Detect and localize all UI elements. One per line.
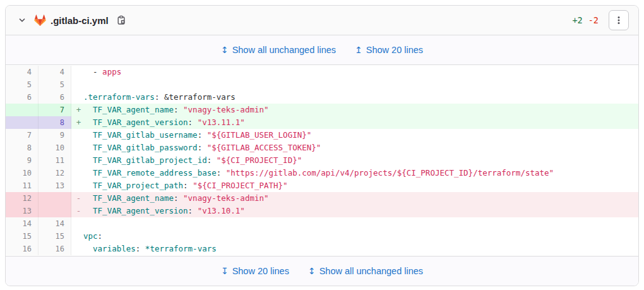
diff-row: 13- TF_VAR_agent_version: "v13.10.1" [6, 205, 638, 217]
code-line: + TF_VAR_agent_name: "vnagy-teks-admin" [71, 104, 638, 116]
diff-marker: - [74, 192, 83, 205]
new-line-number[interactable]: 15 [39, 230, 71, 243]
expand-link-label: Show 20 lines [366, 45, 423, 55]
code-line: TF_VAR_gitlab_password: "${GITLAB_ACCESS… [71, 142, 638, 154]
diff-row: 55 [6, 78, 638, 91]
code-line: TF_VAR_project_path: "${CI_PROJECT_PATH}… [71, 179, 638, 192]
new-line-number[interactable]: 14 [39, 217, 71, 230]
old-line-number[interactable]: 11 [6, 179, 39, 192]
old-line-number[interactable] [6, 104, 39, 116]
diff-stats: +2 -2 [572, 15, 599, 25]
expand-up-icon: ↥ [355, 45, 362, 54]
diff-row: 8+ TF_VAR_agent_version: "v13.11.1" [6, 116, 638, 129]
diff-row: 1414 [6, 217, 638, 230]
show-all-unchanged-lines-link[interactable]: ↕ Show all unchanged lines [308, 266, 423, 276]
diff-row: 1012 TF_VAR_remote_address_base: "https:… [6, 167, 638, 179]
expand-link-label: Show all unchanged lines [319, 266, 423, 276]
old-line-number[interactable]: 4 [6, 66, 39, 78]
new-line-number[interactable]: 12 [39, 167, 71, 179]
old-line-number[interactable]: 6 [6, 91, 39, 104]
new-line-number[interactable]: 7 [39, 104, 71, 116]
old-line-number[interactable]: 15 [6, 230, 39, 243]
new-line-number[interactable]: 4 [39, 66, 71, 78]
diff-row: 810 TF_VAR_gitlab_password: "${GITLAB_AC… [6, 142, 638, 154]
diff-row: 44 - apps [6, 66, 638, 78]
expand-both-icon: ↕ [308, 267, 316, 275]
copy-to-clipboard-icon [116, 15, 126, 25]
old-line-number[interactable] [6, 116, 39, 129]
collapse-file-button[interactable] [15, 13, 29, 27]
new-line-number[interactable]: 13 [39, 179, 71, 192]
additions-count: +2 [572, 15, 582, 25]
new-line-number[interactable]: 16 [39, 243, 71, 255]
diff-marker: + [74, 116, 83, 129]
old-line-number[interactable]: 16 [6, 243, 39, 255]
old-line-number[interactable]: 8 [6, 142, 39, 154]
old-line-number[interactable]: 14 [6, 217, 39, 230]
old-line-number[interactable]: 9 [6, 154, 39, 167]
code-line: + TF_VAR_agent_version: "v13.11.1" [71, 116, 638, 129]
new-line-number[interactable]: 5 [39, 78, 71, 91]
show-20-lines-down-link[interactable]: ↧ Show 20 lines [221, 266, 289, 276]
diff-marker: + [74, 104, 83, 116]
code-line: TF_VAR_gitlab_project_id: "${CI_PROJECT_… [71, 154, 638, 167]
new-line-number[interactable]: 8 [39, 116, 71, 129]
code-line: vpc: [71, 230, 638, 243]
diff-row: 911 TF_VAR_gitlab_project_id: "${CI_PROJ… [6, 154, 638, 167]
code-line: variables: *terraform-vars [71, 243, 638, 255]
code-line [71, 78, 638, 91]
diff-row: 12- TF_VAR_agent_name: "vnagy-teks-admin… [6, 192, 638, 205]
old-line-number[interactable]: 13 [6, 205, 39, 217]
expand-both-icon: ↕ [221, 45, 229, 54]
expand-link-label: Show all unchanged lines [232, 45, 336, 55]
new-line-number[interactable]: 6 [39, 91, 71, 104]
code-line: - TF_VAR_agent_name: "vnagy-teks-admin" [71, 192, 638, 205]
kebab-menu-icon [614, 15, 624, 25]
old-line-number[interactable]: 5 [6, 78, 39, 91]
diff-row: 1616 variables: *terraform-vars [6, 243, 638, 255]
diff-row: 66.terraform-vars: &terraform-vars [6, 91, 638, 104]
old-line-number[interactable]: 7 [6, 129, 39, 142]
diff-row: 7+ TF_VAR_agent_name: "vnagy-teks-admin" [6, 104, 638, 116]
code-line: TF_VAR_remote_address_base: "https://git… [71, 167, 638, 179]
gitlab-tanuki-icon [34, 15, 46, 27]
new-line-number[interactable] [39, 205, 71, 217]
new-line-number[interactable]: 11 [39, 154, 71, 167]
diff-marker: - [74, 205, 83, 217]
new-line-number[interactable]: 9 [39, 129, 71, 142]
old-line-number[interactable]: 10 [6, 167, 39, 179]
file-diff-card: .gitlab-ci.yml +2 -2 ↕ [5, 5, 639, 286]
old-line-number[interactable]: 12 [6, 192, 39, 205]
chevron-down-icon [18, 16, 27, 25]
diff-row: 79 TF_VAR_gitlab_username: "${GITLAB_USE… [6, 129, 638, 142]
deletions-count: -2 [588, 15, 599, 25]
expand-bar-top: ↕ Show all unchanged lines ↥ Show 20 lin… [6, 35, 638, 65]
show-all-unchanged-lines-link[interactable]: ↕ Show all unchanged lines [221, 45, 336, 55]
new-line-number[interactable] [39, 192, 71, 205]
diff-row: 1113 TF_VAR_project_path: "${CI_PROJECT_… [6, 179, 638, 192]
file-options-button[interactable] [609, 10, 629, 30]
code-line [71, 217, 638, 230]
code-line: .terraform-vars: &terraform-vars [71, 91, 638, 104]
code-line: TF_VAR_gitlab_username: "${GITLAB_USER_L… [71, 129, 638, 142]
file-name: .gitlab-ci.yml [51, 15, 109, 26]
expand-down-icon: ↧ [221, 267, 229, 275]
expand-link-label: Show 20 lines [232, 266, 289, 276]
diff-table: 44 - apps5566.terraform-vars: &terraform… [6, 65, 638, 256]
show-20-lines-up-link[interactable]: ↥ Show 20 lines [355, 45, 423, 55]
expand-bar-bottom: ↧ Show 20 lines ↕ Show all unchanged lin… [6, 256, 638, 286]
copy-file-path-button[interactable] [114, 13, 128, 27]
code-line: - apps [71, 66, 638, 78]
new-line-number[interactable]: 10 [39, 142, 71, 154]
file-header: .gitlab-ci.yml +2 -2 [6, 6, 638, 35]
code-line: - TF_VAR_agent_version: "v13.10.1" [71, 205, 638, 217]
diff-row: 1515vpc: [6, 230, 638, 243]
